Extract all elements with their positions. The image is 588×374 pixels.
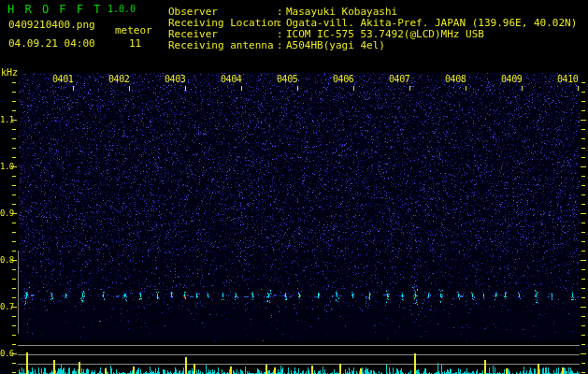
info-label: Receiving antenna: [168, 39, 274, 51]
mode-label: meteor: [115, 24, 152, 36]
time-tick-label: 0407: [389, 74, 411, 84]
freq-tick-label: 0.8: [0, 255, 13, 265]
time-tick-label: 0405: [277, 74, 299, 84]
freq-tick-label: 0.6: [0, 349, 13, 358]
time-tick-label: 0410: [557, 74, 580, 84]
time-tick-label: 0408: [445, 74, 467, 84]
info-value: A504HB(yagi 4el): [286, 39, 385, 51]
datetime-label: 04.09.21 04:00: [8, 37, 95, 50]
time-tick-label: 0406: [333, 74, 355, 84]
time-tick-label: 0401: [52, 74, 75, 84]
freq-tick-label: 1.1: [0, 115, 13, 124]
freq-tick-label: 0.9: [0, 209, 13, 218]
freq-axis-unit: kHz: [1, 67, 18, 78]
hrofft-window: H R O F F T 1.0.0 0409210400.png meteor …: [0, 0, 588, 374]
info-separator: :: [277, 39, 283, 51]
time-tick-label: 0404: [221, 74, 243, 84]
output-filename: 0409210400.png: [8, 19, 95, 31]
time-tick-label: 0403: [165, 74, 187, 84]
app-title: H R O F F T: [7, 3, 102, 16]
app-version: 1.0.0: [108, 4, 136, 14]
freq-tick-label: 1.0: [0, 162, 13, 171]
echo-count: 11: [129, 37, 141, 50]
spectrogram-canvas: [0, 0, 588, 374]
time-tick-label: 0409: [501, 74, 523, 84]
time-tick-label: 0402: [108, 74, 131, 84]
freq-tick-label: 0.7: [0, 302, 13, 311]
